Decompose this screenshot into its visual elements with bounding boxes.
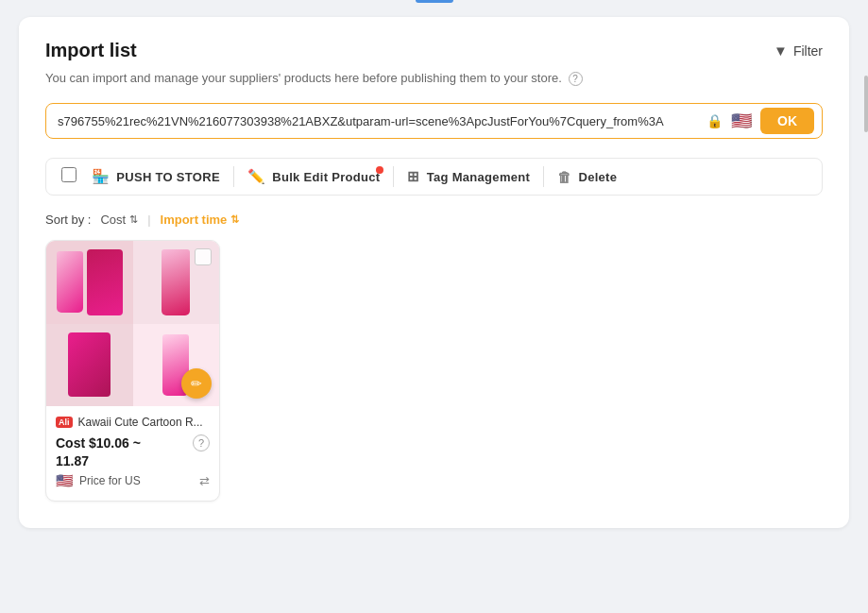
filter-button[interactable]: ▼ Filter [774, 43, 823, 59]
barbie-tube-1 [57, 251, 83, 313]
page-title: Import list [45, 40, 137, 61]
sort-row: Sort by : Cost ⇅ | Import time ⇅ [45, 213, 823, 227]
products-grid: ✏ Ali Kawaii Cute Cartoon R... Cost $10.… [45, 240, 823, 502]
cost-row: Cost $10.06 ~ ? [56, 434, 210, 451]
toolbar: 🏪 PUSH TO STORE ✏️ Bulk Edit Product ⊞ T… [45, 158, 823, 196]
product-image-3 [46, 324, 133, 407]
product-image-area: ✏ [46, 241, 219, 406]
bulk-edit-label: Bulk Edit Product [272, 170, 380, 184]
subtitle-help-icon[interactable]: ? [569, 72, 583, 86]
barbie-box-2 [68, 332, 111, 397]
push-to-store-button[interactable]: 🏪 PUSH TO STORE [92, 168, 220, 185]
select-all-checkbox[interactable] [61, 167, 77, 182]
lock-icon: 🔒 [706, 113, 723, 128]
sort-cost-arrow: ⇅ [129, 213, 138, 226]
sort-cost-option[interactable]: Cost ⇅ [100, 213, 138, 227]
sort-divider: | [147, 213, 150, 227]
product-card: ✏ Ali Kawaii Cute Cartoon R... Cost $10.… [45, 240, 220, 502]
us-flag-icon: 🇺🇸 [730, 113, 753, 128]
product-cost-2: 11.87 [56, 453, 210, 468]
ali-badge: Ali [56, 417, 73, 428]
toolbar-divider-3 [543, 166, 544, 187]
push-to-store-label: PUSH TO STORE [116, 170, 220, 184]
bulk-edit-button[interactable]: ✏️ Bulk Edit Product [247, 168, 380, 185]
store-icon: 🏪 [92, 168, 110, 185]
price-label: Price for US [79, 474, 141, 487]
product-image-1 [46, 241, 133, 324]
product-card-checkbox[interactable] [195, 248, 212, 265]
sort-cost-label: Cost [100, 213, 126, 227]
tag-management-button[interactable]: ⊞ Tag Management [407, 168, 530, 185]
product-name-row: Ali Kawaii Cute Cartoon R... [56, 416, 210, 429]
trash-icon: 🗑 [557, 169, 571, 185]
price-flag-icon: 🇺🇸 [56, 472, 74, 489]
product-name: Kawaii Cute Cartoon R... [78, 416, 203, 429]
product-info: Ali Kawaii Cute Cartoon R... Cost $10.06… [46, 406, 219, 501]
delete-label: Delete [578, 170, 617, 184]
url-bar: 🔒 🇺🇸 OK [45, 103, 823, 139]
tag-icon: ⊞ [407, 168, 419, 185]
filter-icon: ▼ [774, 43, 788, 59]
toolbar-divider-2 [393, 166, 394, 187]
sort-import-time-label: Import time [161, 213, 228, 227]
subtitle: You can import and manage your suppliers… [45, 71, 823, 86]
pencil-icon: ✏ [191, 376, 202, 391]
barbie-tube-2 [162, 249, 190, 315]
sort-import-time-arrow: ⇅ [230, 213, 239, 226]
filter-label: Filter [793, 43, 823, 59]
ok-button[interactable]: OK [760, 108, 814, 134]
barbie-box-1 [87, 249, 123, 315]
sort-by-label: Sort by : [45, 213, 91, 227]
cost-help-icon[interactable]: ? [193, 434, 210, 451]
delete-button[interactable]: 🗑 Delete [557, 169, 617, 185]
price-sync-icon[interactable]: ⇄ [199, 474, 210, 488]
edit-icon: ✏️ [247, 168, 265, 185]
sort-import-time-option[interactable]: Import time ⇅ [161, 213, 240, 227]
scrollbar[interactable] [864, 76, 868, 132]
bulk-edit-notification-dot [376, 166, 383, 174]
select-all-checkbox-area[interactable] [61, 167, 77, 186]
price-row: 🇺🇸 Price for US ⇄ [56, 472, 210, 489]
product-edit-overlay-button[interactable]: ✏ [181, 368, 212, 399]
product-cost: Cost $10.06 ~ [56, 435, 141, 451]
tag-management-label: Tag Management [427, 170, 530, 184]
url-input[interactable] [58, 114, 699, 128]
toolbar-divider-1 [233, 166, 234, 187]
